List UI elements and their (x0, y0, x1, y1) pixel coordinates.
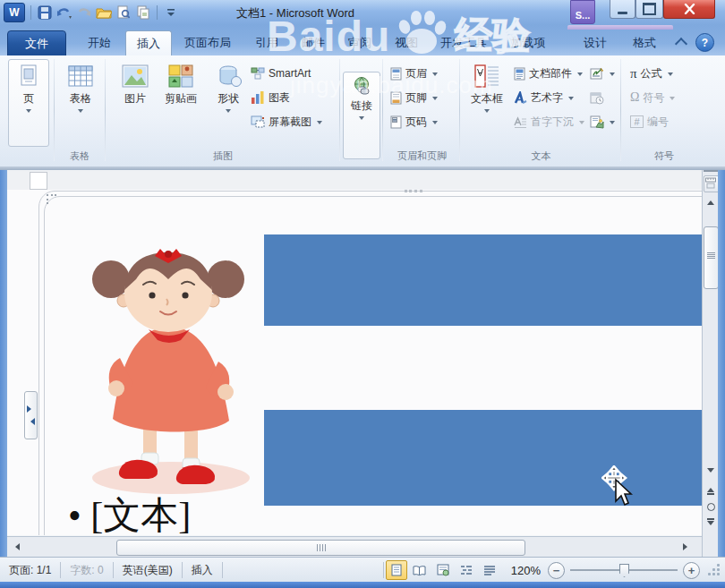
chevron-down-icon (78, 109, 83, 115)
group-links: 链接 (342, 55, 381, 166)
tab-insert[interactable]: 插入 (125, 30, 172, 56)
view-draft-button[interactable] (479, 560, 500, 580)
arrow-left-icon (12, 543, 20, 550)
doll-image[interactable] (77, 243, 260, 503)
page-number-label: 页码 (405, 115, 427, 130)
tab-file[interactable]: 文件 (7, 30, 66, 57)
arrow-right-icon (27, 405, 35, 413)
maximize-button[interactable] (635, 0, 663, 19)
status-page-count[interactable]: 页面: 1/1 (0, 558, 60, 583)
circle-icon (707, 503, 715, 511)
bullet-placeholder-text[interactable]: • [文本] (68, 490, 191, 535)
drop-cap-button[interactable]: 首字下沉 (514, 111, 584, 132)
screen-recorder-button[interactable]: S... (570, 0, 595, 24)
margin-adjust-widget[interactable] (24, 391, 38, 439)
smartart-icon (251, 66, 265, 81)
picture-button[interactable]: 图片 (115, 59, 156, 107)
object-button[interactable] (590, 111, 615, 132)
picture-icon (121, 64, 149, 89)
collapse-ribbon-button[interactable] (673, 36, 689, 48)
status-language[interactable]: 英语(美国) (114, 558, 182, 583)
scroll-right-button[interactable] (680, 541, 693, 553)
signature-line-button[interactable] (590, 63, 615, 84)
zoom-slider-thumb[interactable] (619, 564, 629, 577)
text-column: 文档部件 艺术字 首字下沉 (514, 63, 584, 132)
wordart-icon (514, 91, 527, 105)
zoom-in-button[interactable]: + (683, 562, 700, 579)
help-button[interactable]: ? (695, 33, 714, 52)
tab-mailings[interactable]: 邮件 (292, 30, 335, 55)
chevron-down-icon (610, 121, 615, 127)
symbol-button[interactable]: Ω 符号 (630, 87, 675, 108)
pages-button[interactable]: 页 (8, 59, 49, 147)
divider (222, 562, 223, 578)
view-fullscreen-reading-button[interactable] (409, 560, 431, 580)
picture-label: 图片 (124, 91, 146, 107)
tab-review[interactable]: 审阅 (338, 30, 381, 55)
screenshot-button[interactable]: 屏幕截图 (251, 111, 322, 132)
footer-icon (390, 91, 402, 105)
smartart-button[interactable]: SmartArt (251, 63, 322, 84)
group-header-footer: 页眉 页脚 页码 页眉和页脚 (385, 55, 459, 166)
footer-button[interactable]: 页脚 (390, 87, 438, 108)
tab-home[interactable]: 开始 (77, 30, 122, 55)
tab-addins[interactable]: 加载项 (499, 30, 557, 55)
page-icon (18, 64, 39, 89)
view-web-layout-button[interactable] (432, 560, 454, 580)
zoom-out-button[interactable]: − (548, 562, 565, 579)
links-button[interactable]: 链接 (343, 72, 380, 159)
tab-format-contextual[interactable]: 格式 (621, 30, 668, 55)
links-label: 链接 (351, 98, 372, 114)
view-print-layout-button[interactable] (386, 560, 407, 580)
clipart-label: 剪贴画 (165, 91, 197, 107)
title-placeholder-bar[interactable] (264, 234, 702, 326)
close-icon (684, 4, 695, 14)
status-insert-mode[interactable]: 插入 (183, 558, 222, 583)
chevron-down-icon (432, 72, 438, 79)
scroll-up-button[interactable] (704, 194, 718, 207)
date-time-button[interactable] (590, 87, 615, 108)
tab-references[interactable]: 引用 (245, 30, 288, 55)
close-button[interactable] (663, 0, 715, 19)
zoom-level[interactable]: 120% (511, 564, 541, 577)
vertical-scroll-thumb[interactable] (704, 226, 719, 289)
group-label-text: 文本 (462, 149, 620, 163)
tab-design-contextual[interactable]: 设计 (571, 30, 619, 55)
group-pages: 页 (5, 55, 52, 166)
status-word-count[interactable]: 字数: 0 (61, 558, 112, 583)
view-outline-button[interactable] (456, 560, 477, 580)
table-button[interactable]: 表格 (59, 59, 102, 116)
wordart-button[interactable]: 艺术字 (514, 87, 584, 108)
equation-button[interactable]: π 公式 (630, 63, 675, 84)
next-page-button[interactable] (704, 517, 718, 530)
window-resize-grip[interactable] (709, 565, 720, 575)
clipart-icon (167, 64, 194, 89)
date-time-icon (590, 91, 604, 105)
bullet-glyph: • (68, 495, 81, 535)
select-browse-object-button[interactable] (704, 500, 718, 513)
window-frame-left (0, 170, 7, 557)
subtitle-placeholder-bar[interactable] (264, 410, 702, 506)
zoom-slider[interactable] (570, 569, 678, 571)
horizontal-scroll-thumb[interactable] (116, 540, 525, 556)
scroll-down-button[interactable] (704, 465, 718, 478)
previous-page-button[interactable] (704, 483, 718, 496)
quick-parts-button[interactable]: 文档部件 (514, 63, 584, 84)
textbox-button[interactable]: 文本框 (464, 59, 510, 116)
header-button[interactable]: 页眉 (390, 63, 438, 84)
tab-developer[interactable]: 开发工具 (431, 30, 496, 55)
tab-view[interactable]: 视图 (385, 30, 428, 55)
document-page: • [文本] (7, 190, 702, 535)
scroll-left-button[interactable] (9, 541, 21, 553)
chart-button[interactable]: 图表 (251, 87, 322, 108)
number-button[interactable]: # 编号 (630, 111, 675, 132)
minimize-button[interactable] (610, 0, 635, 19)
tab-page-layout[interactable]: 页面布局 (174, 30, 242, 55)
horizontal-scrollbar[interactable] (7, 536, 702, 558)
ruler-icon (704, 176, 717, 190)
vertical-scrollbar[interactable] (702, 170, 719, 557)
clipart-button[interactable]: 剪贴画 (156, 59, 206, 107)
shapes-button[interactable]: 形状 (208, 59, 249, 116)
page-number-button[interactable]: 页码 (390, 111, 438, 132)
group-text: 文本框 文档部件 艺术字 首字下沉 (462, 55, 620, 166)
